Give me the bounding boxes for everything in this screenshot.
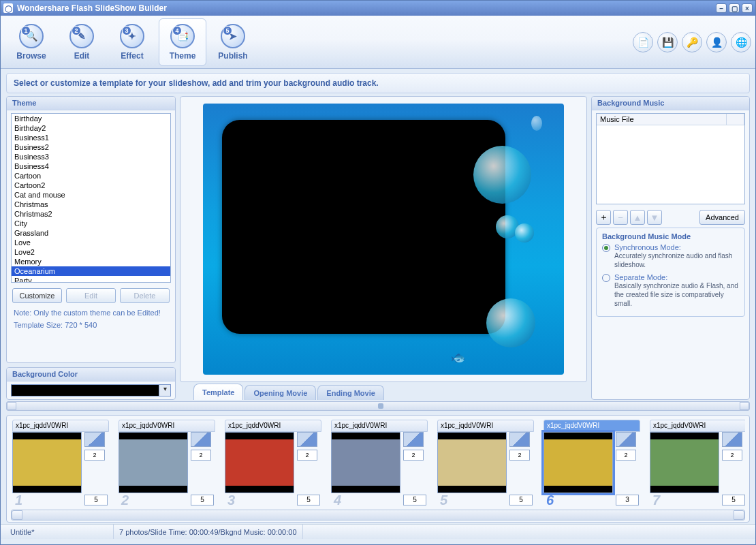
theme-item[interactable]: Business4	[12, 161, 170, 171]
step-5-icon: 5➤	[221, 24, 245, 48]
save-icon[interactable]: 💾	[657, 32, 678, 52]
transition-duration[interactable]: 2	[191, 450, 211, 461]
app-title: Wondershare Flash SlideShow Builder	[17, 3, 167, 13]
theme-list[interactable]: BirthdayBirthday2Business1Business2Busin…	[11, 113, 171, 283]
close-button[interactable]: ×	[742, 3, 753, 13]
bubble-icon	[486, 298, 535, 347]
timeline-clip[interactable]: x1pc_jqddV0WRI255	[437, 420, 534, 507]
timeline-clip[interactable]: x1pc_jqddV0WRI275	[650, 420, 745, 507]
toolbar-edit-button[interactable]: 2✎Edit	[58, 18, 106, 66]
advanced-button[interactable]: Advanced	[699, 210, 745, 225]
transition-icon[interactable]	[403, 432, 424, 447]
music-file-list[interactable]: Music File	[596, 113, 745, 204]
clip-index: 7	[652, 493, 660, 507]
globe-icon[interactable]: 🌐	[731, 32, 751, 52]
step-1-icon: 1🔍	[19, 24, 44, 48]
customize-button[interactable]: Customize	[12, 288, 62, 303]
preview-sub-tabs: TemplateOpening MovieEnding Movie	[180, 382, 587, 400]
toolbar-browse-button[interactable]: 1🔍Browse	[7, 18, 55, 66]
music-mode-radio[interactable]	[602, 244, 610, 252]
theme-item[interactable]: Birthday2	[12, 123, 170, 133]
clip-thumbnail[interactable]	[225, 432, 294, 493]
clip-duration[interactable]: 5	[191, 495, 214, 505]
clip-thumbnail[interactable]	[650, 432, 719, 493]
tab-template[interactable]: Template	[193, 384, 243, 400]
edit-theme-button[interactable]: Edit	[66, 288, 116, 303]
transition-icon[interactable]	[616, 432, 636, 447]
tab-ending-movie[interactable]: Ending Movie	[317, 385, 384, 400]
key-icon[interactable]: 🔑	[682, 32, 702, 52]
theme-item[interactable]: Oceanarium	[12, 266, 170, 276]
app-icon: ◯	[3, 3, 13, 13]
theme-item[interactable]: Party	[12, 276, 170, 283]
transition-duration[interactable]: 2	[509, 450, 530, 461]
theme-item[interactable]: Love	[12, 238, 170, 247]
toolbar-effect-button[interactable]: 3✦Effect	[108, 18, 156, 66]
transition-duration[interactable]: 2	[403, 450, 424, 461]
clip-thumbnail[interactable]	[331, 432, 400, 493]
transition-duration[interactable]: 2	[297, 450, 317, 461]
transition-icon[interactable]	[84, 432, 105, 447]
clip-duration[interactable]: 5	[297, 495, 320, 505]
music-mode-radio[interactable]	[602, 274, 610, 282]
user-icon[interactable]: 👤	[706, 32, 727, 52]
clip-filename: x1pc_jqddV0WRI	[544, 420, 640, 432]
timeline-clip[interactable]: x1pc_jqddV0WRI263	[544, 420, 640, 507]
status-info: 7 photos/Slide Time: 00:00:49/Bkgnd Musi…	[114, 525, 303, 539]
clip-thumbnail[interactable]	[119, 432, 188, 493]
move-down-button[interactable]: ▼	[647, 210, 662, 225]
theme-item[interactable]: Business1	[12, 133, 170, 142]
clip-thumbnail[interactable]	[437, 432, 507, 493]
transition-duration[interactable]: 2	[84, 450, 105, 461]
theme-item[interactable]: Business2	[12, 142, 170, 152]
clip-duration[interactable]: 5	[403, 495, 426, 505]
theme-item[interactable]: Christmas	[12, 200, 170, 209]
timeline-clip[interactable]: x1pc_jqddV0WRI225	[119, 420, 215, 507]
transition-duration[interactable]: 2	[616, 450, 636, 461]
step-4-icon: 4📑	[170, 24, 195, 48]
clip-thumbnail[interactable]	[12, 432, 82, 493]
transition-duration[interactable]: 2	[722, 450, 742, 461]
clip-duration[interactable]: 5	[84, 495, 108, 505]
add-music-button[interactable]: ＋	[596, 210, 611, 225]
toolbar-publish-button[interactable]: 5➤Publish	[209, 18, 257, 66]
theme-item[interactable]: Grassland	[12, 228, 170, 238]
transition-icon[interactable]	[509, 432, 530, 447]
theme-item[interactable]: City	[12, 219, 170, 228]
toolbar-theme-button[interactable]: 4📑Theme	[159, 18, 206, 66]
clip-filename: x1pc_jqddV0WRI	[225, 420, 321, 432]
clip-filename: x1pc_jqddV0WRI	[119, 420, 215, 432]
clip-duration[interactable]: 3	[616, 495, 639, 505]
maximize-button[interactable]: ▢	[729, 3, 740, 13]
timeline-clip[interactable]: x1pc_jqddV0WRI215	[12, 420, 109, 507]
step-3-icon: 3✦	[120, 24, 144, 48]
transition-icon[interactable]	[191, 432, 211, 447]
bgcolor-select[interactable]	[11, 384, 171, 396]
minimize-button[interactable]: –	[716, 3, 727, 13]
clip-index: 5	[440, 493, 447, 507]
clip-thumbnail[interactable]	[544, 432, 613, 493]
theme-item[interactable]: Cat and mouse	[12, 190, 170, 200]
doc-icon[interactable]: 📄	[633, 32, 653, 52]
timeline-scrollbar[interactable]	[11, 510, 745, 520]
music-mode-title: Background Music Mode	[602, 232, 739, 240]
clip-duration[interactable]: 5	[509, 495, 533, 505]
theme-item[interactable]: Memory	[12, 257, 170, 266]
theme-item[interactable]: Cartoon2	[12, 181, 170, 190]
fish-icon: 🐟	[451, 350, 466, 365]
remove-music-button[interactable]: −	[613, 210, 628, 225]
theme-item[interactable]: Christmas2	[12, 209, 170, 219]
transition-icon[interactable]	[297, 432, 317, 447]
tab-opening-movie[interactable]: Opening Movie	[245, 385, 316, 400]
move-up-button[interactable]: ▲	[630, 210, 645, 225]
theme-item[interactable]: Birthday	[12, 114, 170, 123]
transition-icon[interactable]	[722, 432, 742, 447]
theme-item[interactable]: Love2	[12, 247, 170, 257]
delete-theme-button[interactable]: Delete	[120, 288, 170, 303]
mid-scrollbar[interactable]	[6, 401, 750, 411]
timeline-clip[interactable]: x1pc_jqddV0WRI235	[225, 420, 321, 507]
clip-duration[interactable]: 5	[722, 495, 745, 505]
theme-item[interactable]: Business3	[12, 152, 170, 161]
timeline-clip[interactable]: x1pc_jqddV0WRI245	[331, 420, 428, 507]
theme-item[interactable]: Cartoon	[12, 171, 170, 181]
